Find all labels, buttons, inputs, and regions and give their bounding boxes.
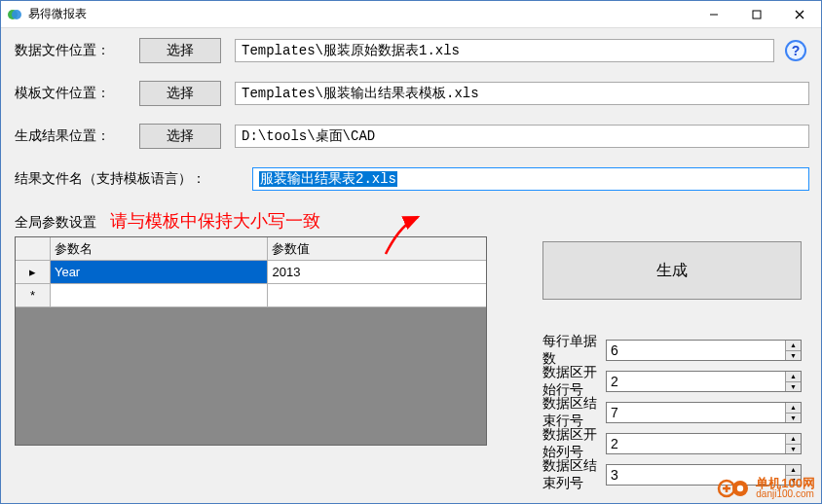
param-value-cell[interactable]: 2013 [268, 261, 486, 284]
grid-col-value: 参数值 [268, 237, 486, 261]
param-name-cell[interactable] [51, 284, 269, 307]
svg-rect-3 [753, 11, 761, 18]
opt-label: 数据区开始行号 [542, 364, 606, 399]
spinner-up-icon[interactable]: ▲ [786, 341, 801, 351]
output-path-input[interactable]: D:\tools\桌面\CAD [235, 125, 809, 148]
opt-per-line-spinner[interactable]: ▲▼ [606, 340, 802, 361]
spinner-down-icon[interactable]: ▼ [786, 351, 801, 361]
output-path-label: 生成结果位置： [15, 127, 139, 145]
opt-label: 数据区结束行号 [542, 395, 606, 430]
data-file-value: Templates\服装原始数据表1.xls [242, 43, 460, 58]
opt-label: 数据区结束列号 [542, 457, 606, 492]
opt-per-line-input[interactable] [607, 341, 785, 360]
spinner-buttons: ▲▼ [785, 372, 801, 391]
output-path-value: D:\tools\桌面\CAD [242, 128, 375, 144]
watermark-line2: danji100.com [756, 489, 815, 499]
spinner-buttons: ▲▼ [785, 403, 801, 422]
row-marker: * [16, 284, 51, 307]
grid-corner [16, 237, 51, 261]
spinner-buttons: ▲▼ [785, 434, 801, 453]
minimize-button[interactable] [692, 1, 735, 27]
data-file-input[interactable]: Templates\服装原始数据表1.xls [235, 39, 774, 62]
output-name-input[interactable]: 服装输出结果表2.xls [252, 167, 809, 191]
spinner-down-icon[interactable]: ▼ [786, 445, 801, 454]
maximize-button[interactable] [735, 1, 778, 27]
opt-row-end-row: 数据区结束行号 ▲▼ [542, 402, 802, 423]
generate-button[interactable]: 生成 [542, 241, 802, 300]
template-file-label: 模板文件位置： [15, 85, 139, 102]
svg-point-11 [737, 485, 743, 490]
param-name-cell[interactable]: Year [51, 261, 269, 284]
content-area: 数据文件位置： 选择 Templates\服装原始数据表1.xls ? 模板文件… [1, 28, 821, 503]
table-row[interactable]: * [16, 284, 486, 307]
params-grid[interactable]: 参数名 参数值 ▸ Year 2013 * [15, 236, 487, 446]
close-button[interactable] [778, 1, 821, 27]
opt-label: 数据区开始列号 [542, 426, 606, 461]
spinner-up-icon[interactable]: ▲ [786, 465, 801, 476]
data-file-row: 数据文件位置： 选择 Templates\服装原始数据表1.xls ? [15, 38, 809, 63]
row-marker: ▸ [16, 261, 51, 284]
titlebar: 易得微报表 [1, 1, 821, 28]
table-row[interactable]: ▸ Year 2013 [16, 261, 486, 284]
params-label: 全局参数设置 [15, 214, 96, 232]
spinner-up-icon[interactable]: ▲ [786, 434, 801, 445]
svg-text:?: ? [792, 43, 801, 58]
data-file-select-button[interactable]: 选择 [139, 38, 221, 63]
grid-empty-area [16, 307, 486, 445]
opt-row-start-row: 数据区开始行号 ▲▼ [542, 371, 802, 392]
opt-start-col-input[interactable] [607, 434, 785, 453]
watermark: 单机100网 danji100.com [717, 477, 815, 499]
grid-col-name: 参数名 [51, 237, 269, 261]
opt-end-row-spinner[interactable]: ▲▼ [606, 402, 802, 423]
app-window: 易得微报表 数据文件位置： 选择 Templates\服装原始数据表1.xls … [0, 0, 822, 504]
param-value-cell[interactable] [268, 284, 486, 307]
output-name-value: 服装输出结果表2.xls [259, 171, 397, 187]
app-title: 易得微报表 [28, 6, 87, 22]
spinner-down-icon[interactable]: ▼ [786, 382, 801, 392]
output-name-label: 结果文件名（支持模板语言）： [15, 170, 239, 188]
help-icon[interactable]: ? [782, 37, 809, 64]
app-icon [7, 7, 22, 22]
watermark-logo-icon [717, 478, 752, 499]
template-file-select-button[interactable]: 选择 [139, 81, 221, 106]
spinner-buttons: ▲▼ [785, 341, 801, 360]
output-path-row: 生成结果位置： 选择 D:\tools\桌面\CAD [15, 124, 809, 149]
template-file-input[interactable]: Templates\服装输出结果表模板.xls [235, 82, 809, 105]
spinner-up-icon[interactable]: ▲ [786, 403, 801, 414]
template-file-value: Templates\服装输出结果表模板.xls [242, 86, 479, 101]
output-path-select-button[interactable]: 选择 [139, 124, 221, 149]
options-panel: 每行单据数 ▲▼ 数据区开始行号 ▲▼ 数据区结束行号 ▲▼ [542, 340, 802, 495]
svg-point-1 [12, 10, 21, 19]
opt-start-row-spinner[interactable]: ▲▼ [606, 371, 802, 392]
opt-row-per-line: 每行单据数 ▲▼ [542, 340, 802, 361]
spinner-up-icon[interactable]: ▲ [786, 372, 801, 382]
opt-start-col-spinner[interactable]: ▲▼ [606, 433, 802, 454]
red-note-text: 请与模板中保持大小写一致 [110, 211, 320, 231]
opt-end-row-input[interactable] [607, 403, 785, 422]
output-name-row: 结果文件名（支持模板语言）： 服装输出结果表2.xls [15, 166, 809, 192]
opt-label: 每行单据数 [542, 333, 606, 368]
grid-header: 参数名 参数值 [16, 237, 486, 261]
opt-row-start-col: 数据区开始列号 ▲▼ [542, 433, 802, 454]
window-buttons [692, 1, 821, 27]
spinner-down-icon[interactable]: ▼ [786, 414, 801, 423]
opt-start-row-input[interactable] [607, 372, 785, 391]
params-section-header: 全局参数设置 请与模板中保持大小写一致 [15, 209, 809, 233]
template-file-row: 模板文件位置： 选择 Templates\服装输出结果表模板.xls [15, 81, 809, 106]
data-file-label: 数据文件位置： [15, 42, 139, 59]
watermark-text: 单机100网 danji100.com [756, 477, 815, 499]
